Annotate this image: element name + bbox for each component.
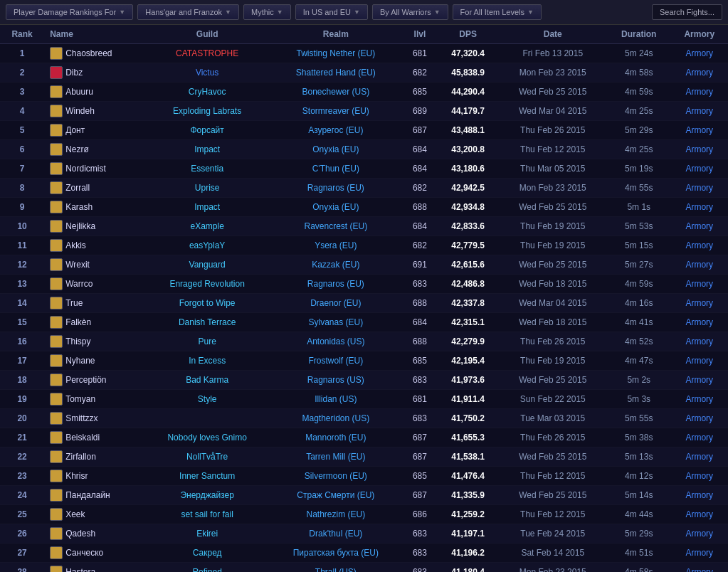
armory-link[interactable]: Armory bbox=[685, 298, 713, 308]
armory-link[interactable]: Armory bbox=[685, 279, 713, 289]
realm-name[interactable]: Onyxia (EU) bbox=[312, 202, 359, 212]
realm-name[interactable]: Illidan (US) bbox=[315, 394, 357, 404]
guild-name[interactable]: In Excess bbox=[189, 356, 226, 366]
guild-name[interactable]: Exploding Labrats bbox=[173, 106, 241, 116]
cell-realm: Onyxia (EU) bbox=[269, 198, 402, 217]
realm-name[interactable]: Silvermoon (EU) bbox=[305, 471, 367, 481]
realm-name[interactable]: Thrall (US) bbox=[315, 567, 357, 572]
armory-link[interactable]: Armory bbox=[685, 106, 713, 116]
guild-name[interactable]: Inner Sanctum bbox=[179, 471, 235, 481]
realm-name[interactable]: Stormreaver (EU) bbox=[302, 106, 369, 116]
realm-name[interactable]: Onyxia (EU) bbox=[312, 144, 359, 154]
realm-name[interactable]: Draenor (EU) bbox=[310, 298, 361, 308]
guild-name[interactable]: eXample bbox=[190, 221, 223, 231]
cell-duration: 5m 1s bbox=[607, 198, 671, 217]
realm-name[interactable]: C'Thun (EU) bbox=[312, 164, 359, 174]
realm-name[interactable]: Nathrezim (EU) bbox=[307, 509, 366, 519]
armory-link[interactable]: Armory bbox=[685, 375, 713, 385]
realm-name[interactable]: Twisting Nether (EU) bbox=[296, 48, 375, 58]
filter-damage-rankings[interactable]: Player Damage Rankings For ▼ bbox=[6, 4, 133, 20]
armory-link[interactable]: Armory bbox=[685, 317, 713, 327]
armory-link[interactable]: Armory bbox=[685, 337, 713, 346]
guild-name[interactable]: Vanguard bbox=[189, 260, 226, 270]
armory-link[interactable]: Armory bbox=[685, 413, 713, 423]
realm-name[interactable]: Азурегос (EU) bbox=[308, 125, 363, 135]
guild-name[interactable]: Style bbox=[198, 394, 217, 404]
realm-name[interactable]: Frostwolf (EU) bbox=[309, 356, 364, 366]
filter-boss[interactable]: Hans'gar and Franzok ▼ bbox=[137, 4, 239, 20]
realm-name[interactable]: Страж Смерти (EU) bbox=[297, 490, 374, 500]
armory-link[interactable]: Armory bbox=[685, 567, 713, 572]
armory-link[interactable]: Armory bbox=[685, 452, 713, 462]
armory-link[interactable]: Armory bbox=[685, 202, 713, 212]
armory-link[interactable]: Armory bbox=[685, 529, 713, 539]
realm-name[interactable]: Пиратская бухта (EU) bbox=[293, 548, 379, 558]
armory-link[interactable]: Armory bbox=[685, 144, 713, 154]
realm-name[interactable]: Ravencrest (EU) bbox=[305, 221, 368, 231]
realm-name[interactable]: Kazzak (EU) bbox=[312, 260, 359, 270]
realm-name[interactable]: Shattered Hand (EU) bbox=[296, 68, 376, 78]
guild-name[interactable]: Forgot to Wipe bbox=[179, 298, 236, 308]
cell-guild: easYplaY bbox=[145, 236, 270, 255]
search-fights-button[interactable]: Search Fights... bbox=[652, 4, 722, 20]
armory-link[interactable]: Armory bbox=[685, 164, 713, 174]
armory-link[interactable]: Armory bbox=[685, 87, 713, 97]
guild-name[interactable]: NollTvåTre bbox=[186, 452, 228, 462]
player-icon bbox=[50, 277, 63, 290]
guild-name[interactable]: Сакред bbox=[193, 548, 222, 558]
guild-name[interactable]: easYplaY bbox=[189, 240, 225, 250]
realm-name[interactable]: Ragnaros (EU) bbox=[307, 183, 364, 193]
guild-name[interactable]: set sail for fail bbox=[181, 509, 233, 519]
guild-name[interactable]: Refined bbox=[192, 567, 221, 572]
filter-region[interactable]: In US and EU ▼ bbox=[295, 4, 368, 20]
realm-name[interactable]: Mannoroth (EU) bbox=[305, 433, 366, 443]
filter-difficulty[interactable]: Mythic ▼ bbox=[243, 4, 291, 20]
armory-link[interactable]: Armory bbox=[685, 356, 713, 366]
realm-name[interactable]: Ragnaros (EU) bbox=[307, 279, 364, 289]
filter-class[interactable]: By All Warriors ▼ bbox=[372, 4, 448, 20]
guild-name[interactable]: Ekirei bbox=[196, 529, 218, 539]
guild-name[interactable]: Энерджайзер bbox=[180, 490, 233, 500]
realm-name[interactable]: Ragnaros (US) bbox=[307, 375, 364, 385]
armory-link[interactable]: Armory bbox=[685, 509, 713, 519]
guild-name[interactable]: Danish Terrace bbox=[179, 317, 236, 327]
guild-name[interactable]: CATASTROPHE bbox=[176, 48, 238, 58]
guild-name[interactable]: Uprise bbox=[195, 183, 220, 193]
col-ilvl: Ilvl bbox=[402, 25, 437, 44]
guild-name[interactable]: CryHavoc bbox=[189, 87, 226, 97]
guild-name[interactable]: Bad Karma bbox=[186, 375, 228, 385]
armory-link[interactable]: Armory bbox=[685, 183, 713, 193]
realm-name[interactable]: Ysera (EU) bbox=[315, 240, 357, 250]
realm-name[interactable]: Antonidas (US) bbox=[307, 337, 364, 346]
armory-link[interactable]: Armory bbox=[685, 240, 713, 250]
guild-name[interactable]: Форсайт bbox=[190, 125, 223, 135]
cell-dps: 44,179.7 bbox=[438, 102, 499, 121]
filter-ilvl[interactable]: For All Item Levels ▼ bbox=[453, 4, 542, 20]
realm-name[interactable]: Sylvanas (EU) bbox=[309, 317, 364, 327]
armory-link[interactable]: Armory bbox=[685, 260, 713, 270]
guild-name[interactable]: Enraged Revolution bbox=[169, 279, 244, 289]
armory-link[interactable]: Armory bbox=[685, 471, 713, 481]
guild-name[interactable]: Essentia bbox=[191, 164, 223, 174]
realm-name[interactable]: Drak'thul (EU) bbox=[309, 529, 362, 539]
armory-link[interactable]: Armory bbox=[685, 68, 713, 78]
player-icon bbox=[50, 566, 63, 572]
cell-guild: Enraged Revolution bbox=[145, 275, 270, 294]
armory-link[interactable]: Armory bbox=[685, 48, 713, 58]
realm-name[interactable]: Tarren Mill (EU) bbox=[306, 452, 365, 462]
armory-link[interactable]: Armory bbox=[685, 548, 713, 558]
guild-name[interactable]: Nobody loves Gnimo bbox=[167, 433, 246, 443]
guild-name[interactable]: Victus bbox=[196, 68, 218, 78]
table-row: 5 Донт Форсайт Азурегос (EU) 687 43,488.… bbox=[0, 121, 728, 140]
realm-name[interactable]: Bonechewer (US) bbox=[302, 87, 369, 97]
guild-name[interactable]: Pure bbox=[198, 337, 216, 346]
cell-name: Zirfallon bbox=[44, 447, 145, 467]
guild-name[interactable]: Impact bbox=[194, 144, 220, 154]
armory-link[interactable]: Armory bbox=[685, 490, 713, 500]
armory-link[interactable]: Armory bbox=[685, 221, 713, 231]
armory-link[interactable]: Armory bbox=[685, 394, 713, 404]
armory-link[interactable]: Armory bbox=[685, 433, 713, 443]
armory-link[interactable]: Armory bbox=[685, 125, 713, 135]
realm-name[interactable]: Magtheridon (US) bbox=[302, 413, 369, 423]
guild-name[interactable]: Impact bbox=[194, 202, 220, 212]
